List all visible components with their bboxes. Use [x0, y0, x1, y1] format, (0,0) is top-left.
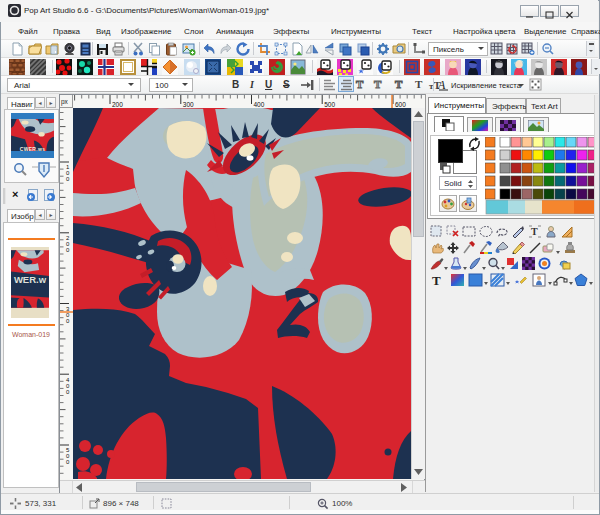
svg-text:500: 500	[324, 101, 335, 108]
svg-text:200: 200	[112, 101, 123, 108]
svg-text:400: 400	[254, 101, 265, 108]
svg-text:A: A	[437, 78, 446, 91]
svg-text:300: 300	[183, 101, 194, 108]
svg-text:T: T	[531, 226, 538, 237]
svg-text:600: 600	[395, 101, 406, 108]
svg-text:T: T	[432, 273, 441, 287]
